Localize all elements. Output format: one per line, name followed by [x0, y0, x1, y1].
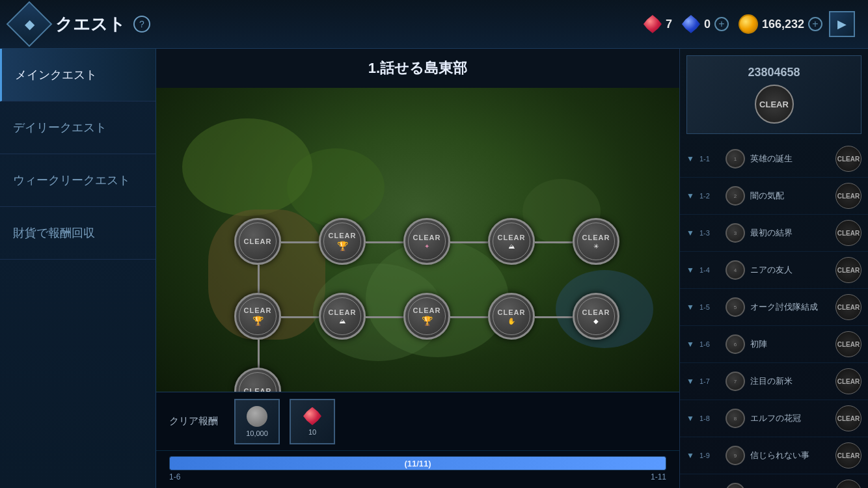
- quest-num: 1-7: [699, 377, 720, 385]
- red-gem-value: 7: [666, 18, 672, 31]
- quest-name: 最初の結界: [750, 227, 830, 239]
- quest-row[interactable]: ▼ 1-6 6 初陣 CLEAR: [680, 326, 868, 363]
- exit-icon: ▶: [837, 17, 847, 31]
- quest-row[interactable]: ▼ 1-8 8 エルフの花冠 CLEAR: [680, 400, 868, 437]
- featured-clear-badge: CLEAR: [755, 85, 794, 124]
- quest-num: 1-5: [699, 303, 720, 311]
- quest-arrow: ▼: [686, 191, 694, 200]
- blue-gem-item: 0 +: [682, 15, 729, 33]
- quest-row[interactable]: ▼ 1-10 10 2つ目の結界 CLEAR: [680, 474, 868, 488]
- add-gold-button[interactable]: +: [808, 17, 822, 31]
- map-title: 1.話せる島東部: [156, 49, 679, 88]
- node-10[interactable]: CLEAR ◆: [573, 293, 619, 340]
- node-3[interactable]: CLEAR ✦: [403, 218, 450, 265]
- quest-clear-badge: CLEAR: [835, 368, 861, 394]
- connector-6-7: [281, 316, 319, 318]
- quest-name: 初陣: [750, 338, 830, 350]
- node-8[interactable]: CLEAR 🏆: [403, 293, 450, 340]
- quest-node-icon: 10: [726, 483, 745, 488]
- quest-clear-badge: CLEAR: [835, 183, 861, 209]
- exit-button[interactable]: ▶: [829, 11, 855, 37]
- connector-9-10: [535, 316, 573, 318]
- quest-name: 信じられない事: [750, 450, 830, 461]
- quest-arrow: ▼: [686, 303, 694, 312]
- back-icon: ◆: [25, 16, 34, 32]
- quest-row[interactable]: ▼ 1-9 9 信じられない事 CLEAR: [680, 437, 868, 474]
- quest-node-icon: 4: [726, 260, 745, 280]
- blue-gem-icon: [682, 15, 700, 33]
- node-11[interactable]: CLEAR: [234, 368, 281, 392]
- quest-name: 注目の新米: [750, 375, 830, 387]
- connector-7-8: [366, 316, 403, 318]
- quest-arrow: ▼: [686, 377, 694, 386]
- quest-row[interactable]: ▼ 1-7 7 注目の新米 CLEAR: [680, 363, 868, 400]
- featured-quest[interactable]: 23804658 CLEAR: [686, 55, 861, 134]
- quest-node-icon: 3: [726, 223, 745, 243]
- quest-name: エルフの花冠: [750, 413, 830, 424]
- quest-clear-badge: CLEAR: [835, 405, 861, 431]
- gem-count: 10: [308, 428, 316, 436]
- quest-arrow: ▼: [686, 228, 694, 237]
- sidebar-item-main[interactable]: メインクエスト: [0, 49, 156, 102]
- sidebar-item-daily[interactable]: デイリークエスト: [0, 102, 156, 154]
- quest-arrow: ▼: [686, 265, 694, 275]
- quest-row[interactable]: ▼ 1-3 3 最初の結界 CLEAR: [680, 215, 868, 252]
- node-2[interactable]: CLEAR 🏆: [319, 218, 366, 265]
- help-button[interactable]: ?: [133, 16, 150, 33]
- progress-bar-bg: (11/11): [169, 456, 666, 470]
- progress-start: 1-6: [169, 472, 180, 481]
- quest-row[interactable]: ▼ 1-5 5 オーク討伐隊結成 CLEAR: [680, 289, 868, 326]
- right-panel: 23804658 CLEAR ▼ 1-1 1 英雄の誕生 CLEAR ▼ 1-2…: [679, 49, 868, 488]
- reward-label: クリア報酬: [169, 415, 218, 427]
- quest-num: 1-6: [699, 340, 720, 348]
- node-5[interactable]: CLEAR ✳: [573, 218, 619, 265]
- quest-num: 1-2: [699, 192, 720, 200]
- back-button[interactable]: ◆: [7, 1, 53, 47]
- quest-name: オーク討伐隊結成: [750, 301, 830, 313]
- red-gem-item: 7: [644, 15, 672, 33]
- quest-node-icon: 7: [726, 372, 745, 391]
- quest-node-icon: 6: [726, 334, 745, 354]
- quest-arrow: ▼: [686, 451, 694, 460]
- progress-text: (11/11): [170, 457, 666, 470]
- connector-8-9: [450, 316, 488, 318]
- stone-icon: [247, 406, 267, 427]
- connector-1-2: [281, 241, 319, 243]
- node-1[interactable]: CLEAR: [234, 218, 281, 265]
- quest-node-icon: 1: [726, 149, 745, 169]
- connector-6-11: [258, 340, 260, 369]
- node-4[interactable]: CLEAR ⛰: [488, 218, 535, 265]
- connector-2-3: [366, 241, 403, 243]
- currency-bar: 7 0 + 166,232 +: [644, 14, 822, 34]
- sidebar-item-currency[interactable]: 財貨で報酬回収: [0, 207, 156, 260]
- quest-clear-badge: CLEAR: [835, 294, 861, 320]
- add-blue-gem-button[interactable]: +: [714, 17, 729, 31]
- quest-row[interactable]: ▼ 1-1 1 英雄の誕生 CLEAR: [680, 141, 868, 178]
- quest-arrow: ▼: [686, 414, 694, 423]
- quest-clear-badge: CLEAR: [835, 257, 861, 283]
- page-title: クエスト: [55, 13, 126, 36]
- sidebar: メインクエスト デイリークエスト ウィークリークエスト 財貨で報酬回収: [0, 49, 156, 488]
- red-gem-icon: [644, 15, 662, 33]
- node-7[interactable]: CLEAR ⛰: [319, 293, 366, 340]
- quest-row[interactable]: ▼ 1-2 2 闇の気配 CLEAR: [680, 178, 868, 215]
- quest-clear-badge: CLEAR: [835, 442, 861, 468]
- node-6[interactable]: CLEAR 🏆: [234, 293, 281, 340]
- featured-quest-id: 23804658: [748, 66, 800, 79]
- progress-end: 1-11: [651, 472, 666, 481]
- gold-value: 166,232: [762, 18, 804, 31]
- quest-clear-badge: CLEAR: [835, 220, 861, 246]
- gold-item: 166,232 +: [739, 14, 822, 34]
- quest-row[interactable]: ▼ 1-4 4 ニアの友人 CLEAR: [680, 252, 868, 289]
- quest-clear-badge: CLEAR: [835, 331, 861, 357]
- quest-num: 1-9: [699, 452, 720, 459]
- node-9[interactable]: CLEAR ✋: [488, 293, 535, 340]
- sidebar-item-weekly[interactable]: ウィークリークエスト: [0, 154, 156, 207]
- quest-name: 闇の気配: [750, 190, 830, 202]
- quest-clear-badge: CLEAR: [835, 146, 861, 172]
- quest-arrow: ▼: [686, 340, 694, 349]
- progress-section: (11/11) 1-6 1-11: [156, 450, 679, 488]
- quest-node-icon: 9: [726, 446, 745, 465]
- quest-num: 1-8: [699, 414, 720, 422]
- quest-num: 1-4: [699, 266, 720, 274]
